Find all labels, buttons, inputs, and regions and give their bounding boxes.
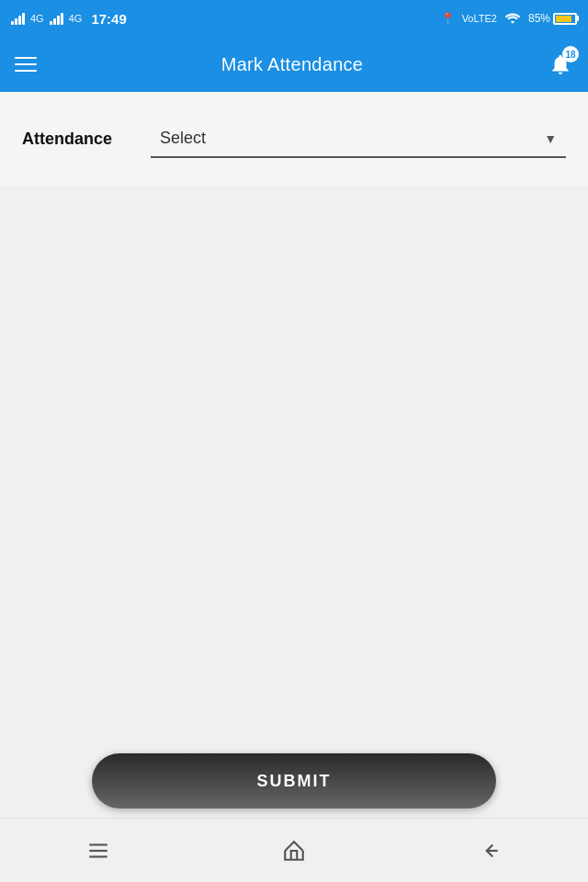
select-wrapper: Select Present Absent Late ▼ bbox=[151, 119, 566, 158]
status-left: 4G 4G 17:49 bbox=[11, 11, 127, 27]
network-label-2: 4G bbox=[69, 13, 83, 24]
nav-menu-button[interactable] bbox=[75, 828, 121, 874]
bottom-nav bbox=[0, 818, 588, 882]
wifi-icon bbox=[504, 11, 521, 27]
signal-icon-1 bbox=[11, 12, 25, 25]
lte-label: VoLTE2 bbox=[462, 13, 497, 24]
battery-percent: 85% bbox=[528, 12, 550, 25]
attendance-row: Attendance Select Present Absent Late ▼ bbox=[22, 119, 566, 158]
location-icon: 📍 bbox=[441, 12, 455, 25]
home-icon bbox=[282, 839, 306, 863]
battery-icon bbox=[553, 13, 577, 25]
network-label-1: 4G bbox=[30, 13, 44, 24]
submit-button[interactable]: SUBMIT bbox=[92, 753, 496, 808]
menu-icon bbox=[86, 839, 110, 863]
notification-badge: 18 bbox=[562, 46, 579, 62]
notification-button[interactable]: 18 bbox=[548, 51, 573, 77]
app-title: Mark Attendance bbox=[221, 54, 364, 75]
main-content: Attendance Select Present Absent Late ▼ bbox=[0, 92, 588, 186]
back-icon bbox=[478, 839, 502, 863]
nav-home-button[interactable] bbox=[271, 828, 317, 874]
app-bar: Mark Attendance 18 bbox=[0, 37, 588, 92]
battery-container: 85% bbox=[528, 12, 577, 25]
attendance-label: Attendance bbox=[22, 130, 132, 149]
nav-back-button[interactable] bbox=[467, 828, 513, 874]
submit-section: SUBMIT bbox=[92, 753, 496, 808]
attendance-select[interactable]: Select Present Absent Late bbox=[151, 119, 566, 158]
time-display: 17:49 bbox=[91, 11, 126, 27]
status-bar: 4G 4G 17:49 📍 VoLTE2 85% bbox=[0, 0, 588, 37]
signal-icon-2 bbox=[50, 12, 63, 25]
status-right: 📍 VoLTE2 85% bbox=[441, 11, 577, 27]
hamburger-menu-button[interactable] bbox=[15, 57, 37, 72]
